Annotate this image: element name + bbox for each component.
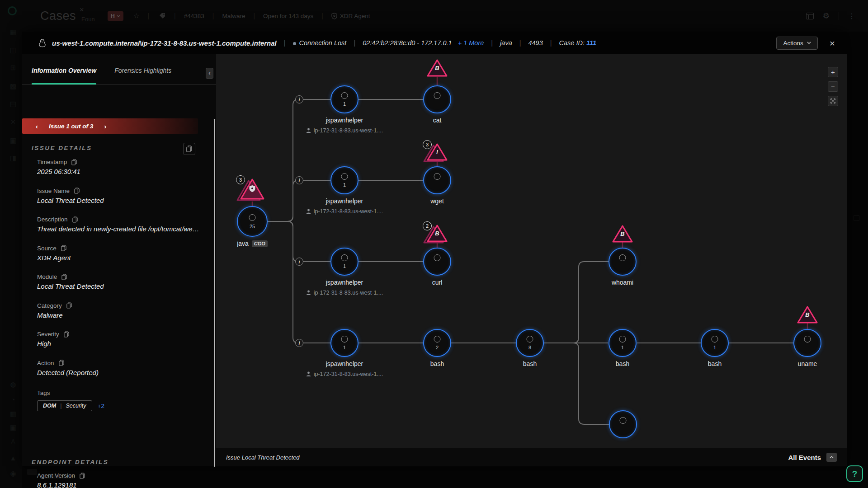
fit-view-button[interactable] xyxy=(828,96,838,106)
copy-icon[interactable] xyxy=(71,159,77,165)
node-label: whoami xyxy=(573,279,672,286)
linux-icon xyxy=(38,39,46,47)
copy-icon[interactable] xyxy=(61,245,66,251)
process-count: 2 xyxy=(424,345,450,350)
all-events-toggle[interactable]: All Events xyxy=(788,454,821,461)
node-label: jspawnhelper xyxy=(295,197,394,205)
tag-value: Security xyxy=(66,403,86,409)
process-node-bash[interactable]: 1 xyxy=(701,329,729,357)
copy-icon[interactable] xyxy=(64,331,69,338)
tab-information-overview[interactable]: Information Overview xyxy=(32,67,96,84)
info-icon[interactable]: i xyxy=(295,258,303,266)
process-count: 1 xyxy=(331,101,358,107)
next-issue-icon[interactable]: › xyxy=(104,122,106,130)
info-icon[interactable]: i xyxy=(295,176,303,184)
tags-field: Tags DOM|Security +2 xyxy=(37,389,104,411)
tags-more-link[interactable]: +2 xyxy=(98,403,104,409)
modal-header: us-west-1.compute.internal\ip-172-31-8-8… xyxy=(22,32,847,54)
node-host: ip-172-31-8-83.us-west-1.... xyxy=(290,371,399,377)
alert-triangle-B[interactable]: B2 xyxy=(426,224,448,243)
detail-field: SeverityHigh xyxy=(37,331,204,360)
copy-icon[interactable] xyxy=(74,188,80,194)
collapse-events-button[interactable] xyxy=(826,453,837,462)
copy-icon[interactable] xyxy=(80,473,85,479)
alert-glyph: B xyxy=(612,230,633,237)
copy-icon[interactable] xyxy=(59,360,64,366)
zoom-out-button[interactable]: − xyxy=(828,81,838,92)
shield-icon xyxy=(249,185,256,192)
previous-issue-icon[interactable]: ‹ xyxy=(36,122,38,130)
actions-button[interactable]: Actions xyxy=(776,37,817,50)
tab-forensics-highlights[interactable]: Forensics Highlights xyxy=(114,67,171,84)
tags-chip[interactable]: DOM|Security xyxy=(37,400,92,411)
process-count: 1 xyxy=(609,345,636,350)
node-label: jspawnhelper xyxy=(295,279,394,286)
process-node-jspawnhelper[interactable]: 1 xyxy=(330,248,359,276)
endpoint-status: Connection Lost xyxy=(293,39,347,47)
process-node-uname[interactable] xyxy=(793,329,821,357)
field-value: Local Threat Detected xyxy=(37,197,200,204)
causality-graph-canvas[interactable]: 25javaCGO31jspawnhelperip-172-31-8-83.us… xyxy=(216,54,847,448)
process-count: 1 xyxy=(331,263,358,269)
alert-triangle-B[interactable]: B xyxy=(612,225,633,244)
chevron-up-icon xyxy=(830,456,834,459)
copy-icon[interactable] xyxy=(66,302,72,309)
process-icon xyxy=(341,173,348,180)
user-icon xyxy=(306,209,311,214)
process-node-java[interactable]: 25 xyxy=(237,206,268,237)
copy-icon[interactable] xyxy=(61,274,67,280)
process-node-curl[interactable] xyxy=(423,248,451,276)
node-host: ip-172-31-8-83.us-west-1.... xyxy=(290,208,399,215)
node-label: bash xyxy=(480,360,580,367)
process-node-bash[interactable]: 1 xyxy=(609,329,637,357)
status-dot-icon xyxy=(293,42,296,45)
copy-all-button[interactable] xyxy=(183,143,195,155)
detail-field: SourceXDR Agent xyxy=(37,245,204,274)
alert-triangle-B[interactable]: B xyxy=(426,59,448,78)
info-icon[interactable]: i xyxy=(295,95,303,103)
process-node-jspawnhelper[interactable]: 1 xyxy=(330,329,359,357)
alert-triangle-![interactable]: !3 xyxy=(426,143,448,162)
alert-glyph: ! xyxy=(426,149,448,155)
panel-tabs: Information Overview Forensics Highlight… xyxy=(22,54,216,85)
section-divider xyxy=(43,425,201,425)
field-label: Description xyxy=(37,216,68,223)
help-button[interactable]: ? xyxy=(846,465,863,482)
zoom-in-button[interactable]: + xyxy=(828,67,838,77)
process-id: 4493 xyxy=(528,39,542,47)
copy-icon[interactable] xyxy=(72,216,78,223)
node-label: uname xyxy=(758,360,847,367)
process-node-jspawnhelper[interactable]: 1 xyxy=(330,166,359,194)
alert-triangle-shield[interactable]: 3 xyxy=(240,178,265,201)
process-node-bash[interactable]: 2 xyxy=(423,329,451,357)
case-id-link[interactable]: 111 xyxy=(586,39,596,47)
process-node-cat[interactable] xyxy=(423,85,451,113)
process-count: 1 xyxy=(702,345,728,350)
process-node-bash[interactable]: 8 xyxy=(516,329,544,357)
process-node-jspawnhelper[interactable]: 1 xyxy=(330,85,359,113)
process-icon xyxy=(341,254,348,261)
info-icon[interactable]: i xyxy=(295,339,303,347)
more-link[interactable]: + 1 More xyxy=(458,39,484,47)
process-node-wget[interactable] xyxy=(423,166,451,194)
alert-triangle-B[interactable]: B xyxy=(797,305,818,324)
panel-collapse-button[interactable]: ‹ xyxy=(206,68,213,79)
node-label: wget xyxy=(387,197,487,205)
detail-field: ModuleLocal Threat Detected xyxy=(37,273,204,302)
process-node-whoami[interactable] xyxy=(609,248,637,276)
modal-close-icon[interactable]: × xyxy=(830,38,835,48)
process-icon xyxy=(434,336,441,343)
process-icon xyxy=(712,336,718,343)
process-node-hidden[interactable] xyxy=(609,410,637,438)
chevron-down-icon xyxy=(807,42,811,44)
node-label: bash xyxy=(387,360,487,367)
panel-scrollbar[interactable] xyxy=(214,119,215,467)
detail-field: Timestamp2025 06:30:41 xyxy=(37,159,204,188)
detail-field: CategoryMalware xyxy=(37,302,204,331)
process-icon xyxy=(804,336,811,343)
alert-glyph: B xyxy=(426,65,448,71)
field-label: Source xyxy=(37,245,57,252)
process-icon xyxy=(619,254,626,261)
field-label: Severity xyxy=(37,331,59,338)
alert-count-badge: 3 xyxy=(423,140,432,149)
